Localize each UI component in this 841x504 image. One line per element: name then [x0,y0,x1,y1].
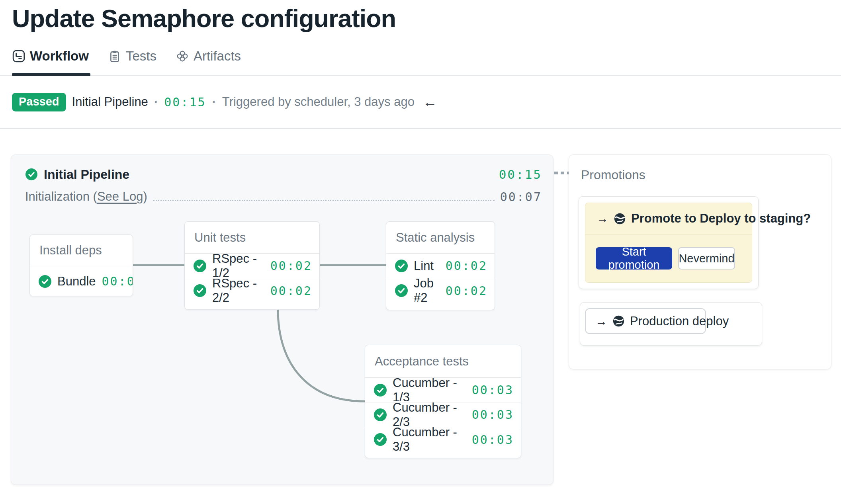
job-duration: 00:02 [270,259,312,273]
block-install-deps: Install deps Bundle 00:04 [29,234,133,296]
tab-artifacts[interactable]: Artifacts [176,49,241,76]
block-title: Acceptance tests [365,345,521,378]
job-passed-check-icon [194,260,206,272]
tab-tests-label: Tests [126,49,156,64]
status-badge: Passed [12,93,66,111]
pipeline-panel: Initial Pipeline 00:15 Initialization (S… [11,154,553,485]
tab-workflow-label: Workflow [30,49,89,64]
job-name: Cucumber - 3/3 [393,425,466,454]
nevermind-button[interactable]: Nevermind [678,247,735,270]
back-arrow[interactable]: ← [423,94,437,110]
promotion-target-card: → Production deploy [580,302,762,346]
job-duration: 00:04 [102,274,133,288]
globe-icon [614,213,626,225]
page-title: Update Semaphore configuration [12,4,396,33]
workflow-icon [12,49,25,63]
job-duration: 00:02 [270,284,312,298]
status-duration: 00:15 [164,95,206,109]
job-passed-check-icon [194,284,206,297]
job-name: RSpec - 1/2 [212,252,264,280]
header-divider [0,128,841,129]
job-duration: 00:02 [446,284,487,298]
job-name: Bundle [57,274,96,289]
job-row-cucumber-3[interactable]: Cucumber - 3/3 00:03 [365,427,521,452]
promotion-arrow: → [595,315,607,328]
job-name: Job #2 [414,276,440,305]
job-row-bundle[interactable]: Bundle 00:04 [30,266,133,296]
job-duration: 00:03 [472,383,514,397]
promotions-panel: Promotions → Promote to Deploy to stagin… [569,154,831,369]
job-duration: 00:03 [472,408,514,422]
block-unit-tests: Unit tests RSpec - 1/2 00:02 RSpec - 2/2… [184,221,320,310]
promotions-heading: Promotions [581,168,645,182]
job-duration: 00:02 [446,259,487,273]
globe-icon [612,315,625,327]
tab-tests[interactable]: Tests [108,49,156,76]
pipeline-status-row: Passed Initial Pipeline · 00:15 · Trigge… [12,93,437,111]
job-row-job-2[interactable]: Job #2 00:02 [386,278,495,303]
workflow-page: Update Semaphore configuration Workflow [0,0,841,504]
start-promotion-button[interactable]: Start promotion [596,247,672,270]
promotion-question-row: → Promote to Deploy to staging? [585,203,752,234]
job-passed-check-icon [395,284,408,297]
job-passed-check-icon [39,275,51,288]
block-title: Static analysis [386,222,495,254]
artifacts-icon [176,49,189,63]
job-row-cucumber-1[interactable]: Cucumber - 1/3 00:03 [365,378,521,402]
tab-bar: Workflow Tests A [12,49,241,76]
production-deploy-button[interactable]: → Production deploy [585,308,706,334]
promotion-buttons-row: Start promotion Nevermind [585,234,752,282]
block-acceptance-tests: Acceptance tests Cucumber - 1/3 00:03 Cu… [365,345,521,458]
promotion-target-label: Production deploy [630,314,729,328]
pipeline-to-promotions-dashed-connector [554,172,569,174]
tab-workflow[interactable]: Workflow [12,49,89,76]
job-row-lint[interactable]: Lint 00:02 [386,254,495,278]
status-trigger-info: Triggered by scheduler, 3 days ago [222,95,415,109]
job-name: RSpec - 2/2 [212,276,264,305]
block-title: Install deps [30,235,133,266]
job-duration: 00:03 [472,433,514,447]
block-title: Unit tests [185,222,319,254]
job-name: Cucumber - 2/3 [393,400,466,429]
connector-unit-to-acceptance [278,310,365,401]
job-passed-check-icon [395,260,408,272]
separator-dot: · [154,95,158,109]
separator-dot: · [212,95,216,109]
block-static-analysis: Static analysis Lint 00:02 Job #2 00:02 [386,221,495,310]
job-passed-check-icon [374,384,387,397]
tests-clipboard-icon [108,49,121,63]
promotion-question: Promote to Deploy to staging? [631,211,811,226]
job-passed-check-icon [374,408,387,421]
promotion-prompt-highlight: → Promote to Deploy to staging? Start pr… [585,203,752,283]
job-row-rspec-2[interactable]: RSpec - 2/2 00:02 [185,278,319,303]
promotion-arrow: → [597,212,608,225]
job-name: Lint [414,259,434,273]
job-passed-check-icon [374,433,387,446]
status-pipeline-name: Initial Pipeline [72,95,148,109]
tab-artifacts-label: Artifacts [194,49,241,64]
job-row-rspec-1[interactable]: RSpec - 1/2 00:02 [185,254,319,278]
promotion-prompt-card: → Promote to Deploy to staging? Start pr… [579,196,759,289]
job-row-cucumber-2[interactable]: Cucumber - 2/3 00:03 [365,402,521,427]
